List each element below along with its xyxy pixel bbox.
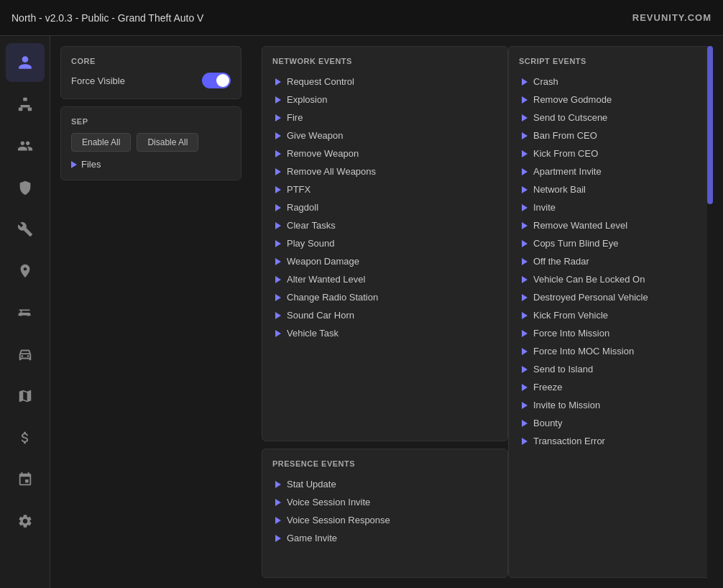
play-icon [522,438,528,445]
disable-all-button[interactable]: Disable All [137,133,198,152]
list-item[interactable]: Destroyed Personal Vehicle [519,288,701,306]
list-item[interactable]: Stat Update [272,475,497,493]
list-item[interactable]: Force Into MOC Mission [519,342,701,360]
files-row[interactable]: Files [71,159,231,170]
list-item[interactable]: Voice Session Invite [272,493,497,511]
list-item[interactable]: Ban From CEO [519,127,701,144]
list-item[interactable]: Fire [272,109,497,127]
sidebar-item-player[interactable] [6,43,45,82]
list-item[interactable]: Freeze [519,378,701,396]
sidebar-item-tools[interactable] [6,210,45,249]
sidebar-item-network[interactable] [6,85,45,124]
presence-events-list: Stat UpdateVoice Session InviteVoice Ses… [272,475,497,547]
presence-events-card: Presence Events Stat UpdateVoice Session… [262,449,508,578]
list-item[interactable]: Crash [519,73,701,91]
sep-title: SEP [71,117,231,126]
play-icon [522,276,528,283]
sidebar-item-group[interactable] [6,127,45,165]
play-icon [275,535,281,542]
play-icon [275,222,281,229]
list-item[interactable]: Invite to Mission [519,396,701,414]
list-item[interactable]: Alter Wanted Level [272,270,497,288]
list-item[interactable]: Apartment Invite [519,162,701,180]
play-icon [522,366,528,373]
scrollbar-track [707,46,713,578]
sidebar-item-protection[interactable] [6,168,45,207]
list-item[interactable]: Remove Wanted Level [519,216,701,234]
list-item[interactable]: Vehicle Task [272,324,497,342]
list-item[interactable]: Remove Weapon [272,144,497,162]
app-title: North - v2.0.3 - Public - Grand Theft Au… [11,12,203,24]
play-icon [275,276,281,283]
list-item[interactable]: Change Radio Station [272,288,497,306]
play-icon [275,168,281,175]
play-icon [522,402,528,409]
sidebar-item-settings[interactable] [6,502,45,541]
svg-point-4 [27,355,29,357]
sidebar-item-location[interactable] [6,252,45,290]
list-item[interactable]: Vehicle Can Be Locked On [519,270,701,288]
network-events-card: Network Events Request ControlExplosionF… [262,46,508,441]
play-icon [522,78,528,86]
list-item[interactable]: Remove Godmode [519,91,701,109]
list-item[interactable]: Play Sound [272,234,497,252]
svg-rect-0 [23,98,27,101]
core-title: Core [71,57,231,65]
sidebar-item-map[interactable] [6,377,45,415]
scrollbar-thumb[interactable] [707,46,713,204]
script-events-list: CrashRemove GodmodeSend to CutsceneBan F… [519,73,701,450]
play-icon [275,114,281,121]
list-item[interactable]: Game Invite [272,529,497,547]
script-events-card: Script Events CrashRemove GodmodeSend to… [508,46,713,578]
list-item[interactable]: PTFX [272,180,497,198]
force-visible-row: Force Visible [71,73,231,88]
sidebar-item-money[interactable] [6,418,45,457]
list-item[interactable]: Cops Turn Blind Eye [519,234,701,252]
play-icon [522,132,528,139]
play-icon [275,78,281,86]
main-layout: Core Force Visible SEP Enable All Disabl… [0,36,723,588]
play-icon [522,312,528,319]
list-item[interactable]: Voice Session Response [272,511,497,529]
list-item[interactable]: Invite [519,198,701,216]
list-item[interactable]: Sound Car Horn [272,306,497,324]
script-events-column: Script Events CrashRemove GodmodeSend to… [508,46,713,578]
list-item[interactable]: Weapon Damage [272,252,497,270]
play-icon [522,96,528,104]
play-icon [522,384,528,391]
network-events-list: Request ControlExplosionFireGive WeaponR… [272,73,497,342]
list-item[interactable]: Clear Tasks [272,216,497,234]
files-label: Files [81,159,101,170]
sidebar-item-vehicle[interactable] [6,335,45,374]
play-icon [522,168,528,175]
list-item[interactable]: Send to Cutscene [519,109,701,127]
list-item[interactable]: Force Into Mission [519,324,701,342]
list-item[interactable]: Send to Island [519,360,701,378]
events-area: Network Events Request ControlExplosionF… [252,36,723,588]
list-item[interactable]: Give Weapon [272,127,497,144]
list-item[interactable]: Bounty [519,414,701,432]
play-icon [522,240,528,247]
list-item[interactable]: Ragdoll [272,198,497,216]
play-icon [275,481,281,488]
presence-events-title: Presence Events [272,459,497,468]
list-item[interactable]: Kick From CEO [519,144,701,162]
force-visible-toggle[interactable] [202,73,231,88]
sidebar-item-weapon[interactable] [6,293,45,332]
list-item[interactable]: Off the Radar [519,252,701,270]
network-events-title: Network Events [272,57,497,65]
list-item[interactable]: Request Control [272,73,497,91]
play-icon [275,499,281,506]
files-play-icon [71,161,77,168]
list-item[interactable]: Kick From Vehicle [519,306,701,324]
list-item[interactable]: Network Bail [519,180,701,198]
play-icon [275,150,281,157]
sidebar-item-session[interactable] [6,460,45,499]
list-item[interactable]: Transaction Error [519,432,701,450]
enable-all-button[interactable]: Enable All [71,133,131,152]
sidebar [0,36,50,588]
list-item[interactable]: Explosion [272,91,497,109]
network-presence-column: Network Events Request ControlExplosionF… [262,46,508,578]
list-item[interactable]: Remove All Weapons [272,162,497,180]
core-card: Core Force Visible [60,46,241,99]
